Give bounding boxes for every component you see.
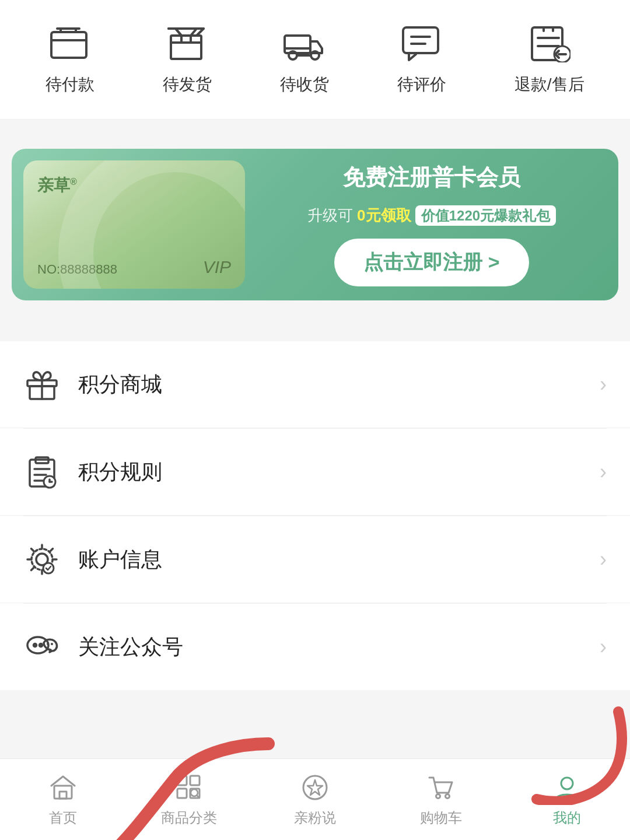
svg-point-56 — [561, 778, 573, 789]
bottom-tabbar: 首页 商品分类 — [0, 758, 630, 840]
svg-point-41 — [40, 644, 43, 647]
svg-rect-0 — [51, 32, 86, 58]
points-rules-arrow: › — [600, 460, 607, 484]
svg-point-55 — [446, 794, 450, 798]
vip-card-logo: 亲草® — [37, 174, 231, 197]
svg-rect-46 — [177, 776, 187, 785]
vip-card: 亲草® NO:88888888 VIP — [23, 160, 245, 289]
order-status-bar: 待付款 待发货 — [0, 0, 630, 120]
home-icon — [47, 772, 79, 803]
menu-item-follow-official[interactable]: 关注公众号 › — [0, 604, 630, 690]
points-mall-arrow: › — [600, 372, 607, 397]
order-status-pending-receipt[interactable]: 待收货 — [280, 23, 329, 96]
vip-subtitle-prefix: 升级可 — [307, 206, 353, 224]
user-icon — [551, 772, 583, 803]
tab-aifensuo-label: 亲粉说 — [294, 808, 336, 827]
svg-point-43 — [51, 643, 53, 645]
svg-rect-48 — [177, 789, 187, 798]
menu-item-account-info[interactable]: 账户信息 › — [0, 516, 630, 603]
tab-home[interactable]: 首页 — [0, 772, 126, 827]
tab-cart-label: 购物车 — [420, 808, 462, 827]
pending-review-label: 待评价 — [397, 74, 446, 96]
account-info-label: 账户信息 — [78, 545, 600, 574]
refund-label: 退款/售后 — [514, 74, 584, 96]
svg-rect-5 — [171, 36, 201, 59]
svg-point-42 — [47, 643, 49, 645]
svg-point-54 — [436, 794, 440, 798]
settings-icon — [23, 541, 61, 578]
vip-register-button[interactable]: 点击立即注册 > — [334, 239, 528, 286]
menu-item-points-rules[interactable]: 积分规则 › — [0, 429, 630, 516]
svg-marker-53 — [307, 780, 323, 795]
order-status-refund[interactable]: 退款/售后 — [514, 23, 584, 96]
order-status-pending-review[interactable]: 待评价 — [397, 23, 446, 96]
vip-subtitle: 升级可 0元领取 价值1220元爆款礼包 — [307, 204, 556, 227]
tab-aifensuo[interactable]: 亲粉说 — [252, 772, 378, 827]
svg-point-40 — [34, 644, 37, 647]
vip-banner[interactable]: 亲草® NO:88888888 VIP 免费注册普卡会员 升级可 0元领取 价值… — [12, 149, 618, 300]
tab-mine[interactable]: 我的 — [504, 772, 630, 827]
vip-title: 免费注册普卡会员 — [343, 163, 520, 192]
menu-section: 积分商城 › — [0, 341, 630, 690]
menu-item-points-mall[interactable]: 积分商城 › — [0, 341, 630, 428]
svg-rect-11 — [285, 36, 310, 53]
points-rules-label: 积分规则 — [78, 458, 600, 487]
pending-receipt-label: 待收货 — [280, 74, 329, 96]
follow-official-arrow: › — [600, 635, 607, 659]
pending-payment-label: 待付款 — [46, 74, 94, 96]
tab-category-label: 商品分类 — [161, 808, 217, 827]
separator-1 — [0, 120, 630, 131]
svg-rect-45 — [60, 792, 66, 799]
wechat-icon — [23, 628, 61, 666]
tab-mine-label: 我的 — [553, 808, 581, 827]
page-container: 待付款 待发货 — [0, 0, 630, 795]
comment-icon — [398, 23, 445, 64]
grid-icon — [173, 772, 205, 803]
wallet-icon — [47, 23, 93, 64]
vip-card-no: NO:88888888 — [37, 262, 117, 277]
order-status-pending-payment[interactable]: 待付款 — [46, 23, 94, 96]
pending-shipment-label: 待发货 — [163, 74, 212, 96]
separator-2 — [0, 318, 630, 330]
svg-rect-16 — [403, 27, 438, 53]
points-mall-label: 积分商城 — [78, 370, 600, 399]
tab-home-label: 首页 — [49, 808, 77, 827]
order-status-pending-shipment[interactable]: 待发货 — [163, 23, 212, 96]
gift-icon — [23, 366, 61, 403]
vip-subtitle-badge: 价值1220元爆款礼包 — [415, 205, 556, 226]
tab-cart[interactable]: 购物车 — [378, 772, 504, 827]
clipboard-icon — [23, 453, 61, 491]
star-icon — [299, 772, 331, 803]
vip-card-type: VIP — [203, 257, 231, 277]
vip-subtitle-free: 0元领取 — [357, 206, 411, 224]
refund-icon — [526, 23, 573, 64]
svg-rect-47 — [190, 776, 200, 785]
tab-category[interactable]: 商品分类 — [126, 772, 252, 827]
truck-icon — [281, 23, 328, 64]
follow-official-label: 关注公众号 — [78, 633, 600, 662]
vip-card-bottom: NO:88888888 VIP — [37, 257, 231, 277]
box-icon — [164, 23, 211, 64]
account-info-arrow: › — [600, 547, 607, 572]
cart-icon — [425, 772, 457, 803]
vip-right-content: 免费注册普卡会员 升级可 0元领取 价值1220元爆款礼包 点击立即注册 > — [245, 149, 618, 300]
